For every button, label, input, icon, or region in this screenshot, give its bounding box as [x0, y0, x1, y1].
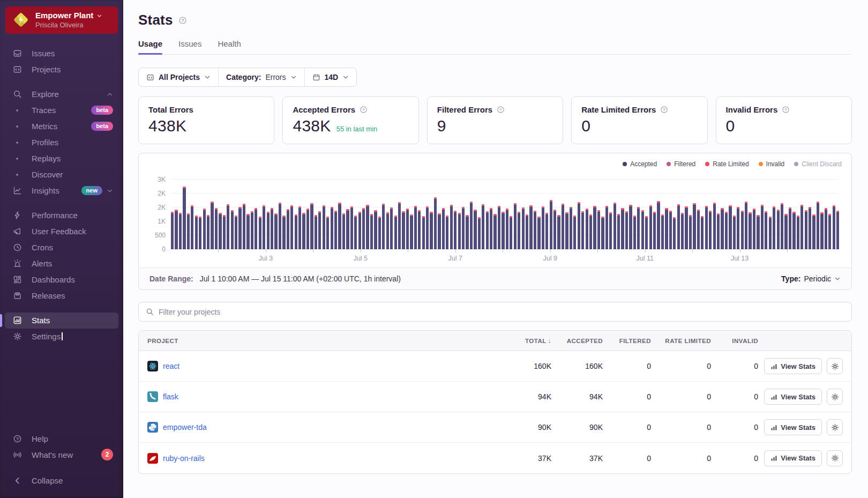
chart-bar: [243, 204, 245, 249]
project-link[interactable]: ruby-on-rails: [163, 454, 205, 463]
chart-bars: [171, 174, 839, 249]
project-settings-button[interactable]: [827, 358, 843, 374]
table-cell: 37K: [551, 454, 603, 463]
project-link[interactable]: flask: [163, 392, 178, 401]
sidebar-item-collapse[interactable]: Collapse: [5, 472, 118, 488]
chart-bar: [657, 201, 660, 249]
table-cell: 160K: [502, 362, 551, 370]
legend-item-filtered[interactable]: Filtered: [667, 160, 695, 168]
page-help-icon[interactable]: ?: [178, 16, 187, 25]
x-axis-tick: [266, 249, 266, 252]
usage-chart[interactable]: 05001K2K2K3K: [171, 174, 839, 249]
sidebar-item-performance[interactable]: Performance: [5, 207, 118, 224]
card-title: Rate Limited Errors: [581, 105, 656, 114]
tab-usage[interactable]: Usage: [138, 39, 162, 54]
project-link[interactable]: empower-tda: [163, 423, 207, 432]
table-row: react 160K160K000 View Stats: [139, 351, 851, 382]
category-filter[interactable]: Category: Errors: [218, 68, 304, 86]
chart-type-select[interactable]: Type: Periodic: [781, 274, 841, 283]
card-value: 0: [726, 117, 735, 135]
x-axis-label: Jul 3: [259, 255, 273, 262]
column-header-accepted[interactable]: ACCEPTED: [551, 338, 603, 344]
column-header-rate-limited[interactable]: RATE LIMITED: [651, 338, 711, 344]
card-help-icon[interactable]: ?: [497, 106, 505, 114]
project-settings-button[interactable]: [827, 389, 843, 405]
legend-dot-icon: [623, 162, 627, 166]
chart-bar: [227, 204, 229, 249]
stat-card-filtered-errors: Filtered Errors ? 9: [427, 96, 563, 144]
chart-bar: [406, 209, 409, 249]
card-help-icon[interactable]: ?: [660, 106, 668, 114]
chart-bar: [482, 204, 484, 249]
view-stats-button[interactable]: View Stats: [764, 450, 822, 466]
chart-bar: [362, 208, 365, 249]
tab-issues[interactable]: Issues: [178, 39, 201, 54]
y-axis-label: 2K: [158, 204, 166, 211]
legend-item-invalid[interactable]: Invalid: [759, 160, 785, 168]
view-stats-button[interactable]: View Stats: [764, 419, 822, 435]
date-range-label: Date Range:: [149, 274, 193, 283]
stat-card-rate-limited-errors: Rate Limited Errors ? 0: [571, 96, 707, 144]
sidebar-item-explore[interactable]: Explore: [5, 86, 118, 102]
gear-icon: [831, 362, 839, 370]
y-axis-label: 500: [155, 232, 166, 239]
legend-item-rate-limited[interactable]: Rate Limited: [705, 160, 749, 168]
chart-bar: [812, 214, 815, 249]
project-filter[interactable]: All Projects: [139, 68, 218, 86]
chart-bar: [542, 206, 544, 249]
column-header-filtered[interactable]: FILTERED: [603, 338, 651, 344]
project-link[interactable]: react: [163, 362, 179, 370]
project-search-input[interactable]: [159, 308, 844, 316]
table-cell: 94K: [551, 392, 603, 401]
chart-bar: [434, 197, 437, 249]
legend-item-accepted[interactable]: Accepted: [623, 160, 657, 168]
sidebar-item-user-feedback[interactable]: User Feedback: [5, 224, 118, 240]
sidebar-item-crons[interactable]: Crons: [5, 240, 118, 256]
sidebar-item-what-s-new[interactable]: What's new2: [5, 447, 118, 463]
sidebar-item-profiles[interactable]: Profiles: [5, 135, 118, 151]
view-stats-button[interactable]: View Stats: [764, 389, 822, 405]
chart-bar: [493, 214, 496, 249]
chart-bar: [709, 211, 712, 249]
card-help-icon[interactable]: ?: [782, 106, 790, 114]
sidebar-item-label: Projects: [32, 65, 61, 74]
project-settings-button[interactable]: [827, 450, 843, 466]
sidebar-item-settings[interactable]: Settings: [5, 329, 118, 345]
sidebar-item-insights[interactable]: Insightsnew: [5, 183, 118, 199]
sidebar-item-dashboards[interactable]: Dashboards: [5, 272, 118, 288]
org-switcher[interactable]: Empower Plant Priscila Oliveira: [5, 6, 118, 34]
chart-bar: [486, 211, 489, 249]
chart-bar: [454, 211, 457, 249]
sidebar-item-replays[interactable]: Replays: [5, 151, 118, 167]
sidebar-item-metrics[interactable]: Metricsbeta: [5, 118, 118, 135]
chart-bar: [621, 208, 624, 249]
legend-item-client-discard[interactable]: Client Discard: [794, 160, 842, 168]
x-axis-label: Jul 11: [636, 255, 653, 262]
sidebar-item-alerts[interactable]: Alerts: [5, 256, 118, 272]
chart-bar: [613, 203, 616, 249]
sidebar-item-label: Performance: [32, 211, 78, 220]
chart-bar: [338, 203, 341, 249]
table-cell: 0: [603, 454, 651, 463]
date-range-filter[interactable]: 14D: [304, 68, 357, 86]
sidebar-item-help[interactable]: ?Help: [5, 430, 118, 447]
sidebar-item-traces[interactable]: Tracesbeta: [5, 102, 118, 118]
sidebar-item-issues[interactable]: Issues: [5, 46, 118, 62]
column-header-invalid[interactable]: INVALID: [711, 338, 758, 344]
sidebar-item-discover[interactable]: Discover: [5, 167, 118, 183]
sidebar-item-projects[interactable]: Projects: [5, 62, 118, 78]
view-stats-button[interactable]: View Stats: [764, 358, 822, 374]
column-header-project[interactable]: PROJECT: [147, 338, 502, 344]
tab-health[interactable]: Health: [218, 39, 241, 54]
gear-icon: [12, 332, 23, 341]
column-header-total[interactable]: TOTAL↓: [502, 338, 551, 344]
sidebar-item-stats[interactable]: Stats: [5, 313, 118, 329]
chart-bar: [418, 210, 421, 249]
platform-python-icon: [147, 422, 158, 433]
project-settings-button[interactable]: [827, 419, 843, 435]
chart-bar: [820, 212, 823, 249]
x-axis-label: Jul 7: [448, 255, 462, 262]
bullet-icon: [12, 142, 23, 144]
card-help-icon[interactable]: ?: [360, 106, 368, 114]
sidebar-item-releases[interactable]: Releases: [5, 288, 118, 304]
